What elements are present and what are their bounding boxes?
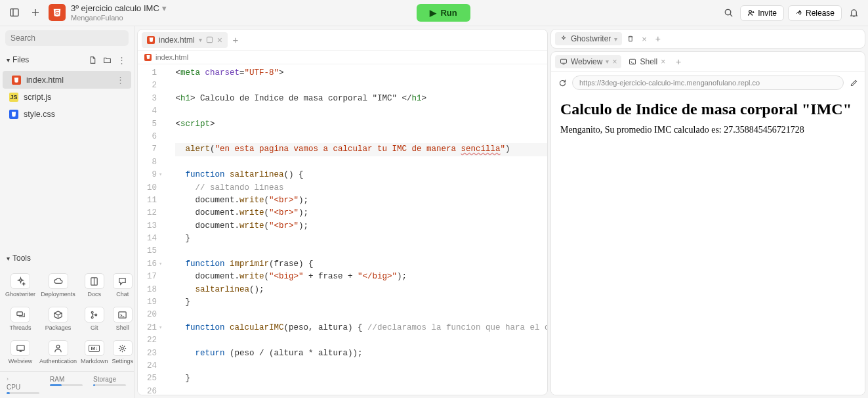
svg-rect-12 xyxy=(16,311,22,315)
resource-ram[interactable]: RAM xyxy=(50,376,83,394)
svg-point-14 xyxy=(92,316,94,318)
sidebar-toggle-icon[interactable] xyxy=(7,5,22,20)
preview-heading: Calculo de Indice de masa corporal "IMC" xyxy=(560,100,856,118)
tab-shell[interactable]: Shell × xyxy=(624,55,670,68)
release-button[interactable]: Release xyxy=(788,5,842,21)
code-content[interactable]: <meta charset="UTF-8"> <h1> Calculo de I… xyxy=(169,64,547,395)
run-button[interactable]: ▶ Run xyxy=(417,4,470,22)
webview-panel: Webview ▾ × Shell × + https://3deg-ejerc… xyxy=(550,51,865,395)
svg-rect-23 xyxy=(561,59,567,63)
tool-authentication[interactable]: Authentication xyxy=(38,336,78,368)
tool-shell[interactable]: Shell xyxy=(111,303,135,335)
chat-icon xyxy=(113,273,133,289)
topbar-center: ▶ Run xyxy=(172,4,715,22)
urlbar-row: https://3deg-ejercicio-calculo-imc.menga… xyxy=(551,72,865,94)
file-item-script-js[interactable]: JS script.js xyxy=(0,89,134,106)
resource-storage[interactable]: Storage xyxy=(93,376,126,394)
authentication-icon xyxy=(49,340,68,356)
terminal-icon xyxy=(629,58,636,66)
chevron-down-icon[interactable]: ▾ xyxy=(199,36,202,43)
add-tab-icon[interactable]: + xyxy=(672,56,684,68)
close-icon[interactable]: × xyxy=(612,57,617,66)
threads-icon xyxy=(10,307,30,322)
tool-threads[interactable]: Threads xyxy=(4,303,37,335)
tool-chat[interactable]: Chat xyxy=(111,269,135,301)
docs-icon xyxy=(85,273,104,289)
sidebar: ▾ Files ⋮ index.html ⋮ JS script.js styl… xyxy=(0,26,134,398)
tools-header[interactable]: ▾ Tools xyxy=(0,250,134,267)
new-file-icon[interactable] xyxy=(87,54,98,66)
tool-deployments[interactable]: Deployments xyxy=(38,269,78,301)
tool-packages[interactable]: Packages xyxy=(38,303,78,335)
search-input[interactable] xyxy=(5,30,129,46)
invite-button[interactable]: Invite xyxy=(740,5,784,21)
search-icon[interactable] xyxy=(720,5,736,21)
close-icon[interactable]: × xyxy=(639,34,650,44)
tab-ghostwriter[interactable]: Ghostwriter ▾ xyxy=(555,32,622,45)
ghostwriter-panel: Ghostwriter ▾ × + xyxy=(550,29,865,49)
svg-point-21 xyxy=(121,347,124,349)
url-input[interactable]: https://3deg-ejercicio-calculo-imc.menga… xyxy=(572,76,844,90)
tab-webview[interactable]: Webview ▾ × xyxy=(555,55,621,68)
project-name: 3º ejercicio calculo IMC xyxy=(71,4,159,13)
ghostwriter-tabbar: Ghostwriter ▾ × + xyxy=(551,30,865,48)
html-file-icon xyxy=(147,36,155,44)
file-item-index-html[interactable]: index.html ⋮ xyxy=(3,71,131,89)
tool-git[interactable]: Git xyxy=(79,303,110,335)
chevron-down-icon: ▾ xyxy=(162,4,167,13)
project-icon xyxy=(49,4,66,21)
sparkle-icon xyxy=(560,35,568,43)
chevron-down-icon[interactable]: ▾ xyxy=(614,35,617,43)
more-icon[interactable]: ⋮ xyxy=(116,75,125,85)
tool-ghostwriter[interactable]: Ghostwriter xyxy=(4,269,37,301)
svg-point-13 xyxy=(92,311,94,313)
topbar-right: Invite Release xyxy=(720,5,861,21)
svg-rect-22 xyxy=(207,37,212,42)
svg-line-5 xyxy=(730,14,732,16)
notifications-icon[interactable] xyxy=(846,5,861,21)
tool-webview[interactable]: Webview xyxy=(4,336,37,368)
chevron-down-icon[interactable]: ▾ xyxy=(606,58,609,65)
resource-cpu[interactable]: ›CPU xyxy=(7,376,39,394)
new-folder-icon[interactable] xyxy=(101,54,113,66)
close-icon[interactable]: × xyxy=(661,57,665,66)
add-pane-icon[interactable] xyxy=(28,5,43,20)
ghostwriter-icon xyxy=(10,273,30,289)
project-title-block[interactable]: 3º ejercicio calculo IMC ▾ MenganoFulano xyxy=(71,4,167,21)
settings-icon xyxy=(113,340,133,356)
svg-point-9 xyxy=(799,11,800,12)
close-icon[interactable]: × xyxy=(217,35,222,45)
add-tab-icon[interactable]: + xyxy=(652,33,664,45)
preview-text: Menganito, Su promedio IMC calculado es:… xyxy=(560,125,856,135)
files-header[interactable]: ▾ Files ⋮ xyxy=(0,50,134,70)
editor-pane: index.html ▾ × + index.html 1▾2▾3▾4▾5▾6▾… xyxy=(137,29,548,395)
svg-point-15 xyxy=(95,314,97,316)
edit-icon[interactable] xyxy=(848,77,859,89)
reload-icon[interactable] xyxy=(556,77,568,89)
trash-icon[interactable] xyxy=(625,33,636,45)
svg-point-20 xyxy=(56,345,60,348)
packages-icon xyxy=(49,307,68,322)
html-file-icon xyxy=(12,76,21,85)
rocket-icon xyxy=(795,9,803,17)
main-area: ▾ Files ⋮ index.html ⋮ JS script.js styl… xyxy=(0,26,868,398)
tool-settings[interactable]: Settings xyxy=(111,336,135,368)
svg-rect-17 xyxy=(16,345,24,350)
code-area[interactable]: 1▾2▾3▾4▾5▾6▾7▾8▾9▾10▾11▾12▾13▾14▾15▾16▾1… xyxy=(138,64,547,395)
webview-icon xyxy=(10,340,30,356)
run-label: Run xyxy=(440,8,457,18)
js-file-icon: JS xyxy=(9,93,18,102)
add-tab-icon[interactable]: + xyxy=(229,33,242,47)
monitor-icon xyxy=(560,58,568,66)
link-icon[interactable] xyxy=(206,36,213,43)
preview-body: Calculo de Indice de masa corporal "IMC"… xyxy=(551,94,865,395)
file-item-style-css[interactable]: style.css xyxy=(0,106,134,123)
tab-index-html[interactable]: index.html ▾ × xyxy=(142,32,228,48)
tool-markdown[interactable]: M↓Markdown xyxy=(79,336,110,368)
project-owner: MenganoFulano xyxy=(71,14,167,22)
svg-point-4 xyxy=(725,9,730,14)
deployments-icon xyxy=(49,273,68,289)
tool-docs[interactable]: Docs xyxy=(79,269,110,301)
topbar-left: 3º ejercicio calculo IMC ▾ MenganoFulano xyxy=(7,4,167,21)
more-icon[interactable]: ⋮ xyxy=(115,54,127,66)
